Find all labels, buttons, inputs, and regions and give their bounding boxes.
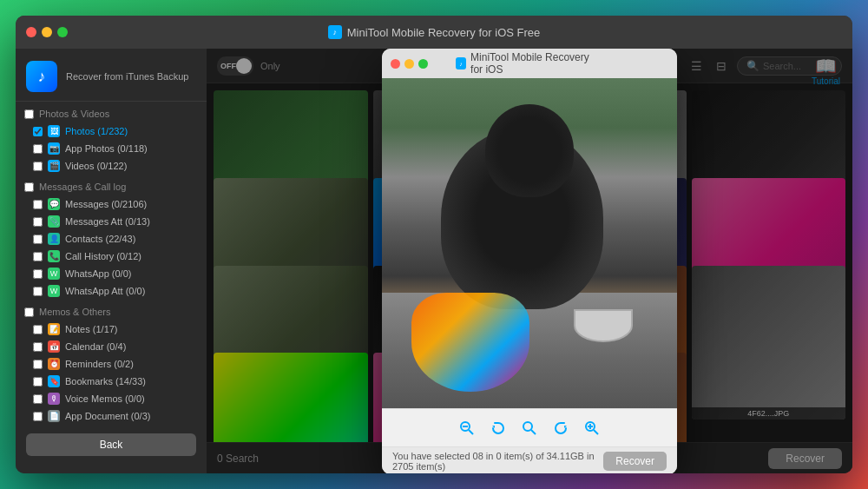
sidebar-item-reminders[interactable]: ⏰ Reminders (0/2) — [16, 355, 207, 373]
reminders-checkbox[interactable] — [33, 360, 43, 369]
modal-close-button[interactable] — [391, 59, 400, 69]
zoom-out-button[interactable] — [459, 420, 475, 436]
modal-titlebar: ♪ MiniTool Mobile Recovery for iOS — [382, 49, 677, 78]
sidebar-header-title: Recover from iTunes Backup — [66, 70, 188, 83]
app-document-label: App Document (0/3) — [65, 411, 198, 421]
sidebar-item-messages[interactable]: 💬 Messages (0/2106) — [16, 195, 207, 213]
section-messages-checkbox[interactable] — [24, 182, 34, 192]
whatsapp-checkbox[interactable] — [33, 269, 43, 279]
messages-att-icon: 📎 — [48, 215, 60, 228]
maximize-button[interactable] — [57, 27, 68, 37]
bookmarks-checkbox[interactable] — [33, 377, 43, 387]
contacts-checkbox[interactable] — [33, 235, 43, 244]
sidebar-item-calendar[interactable]: 📅 Calendar (0/4) — [16, 338, 207, 355]
toy-element — [411, 293, 529, 392]
messages-checkbox[interactable] — [33, 200, 43, 209]
rotate-left-button[interactable] — [490, 420, 506, 436]
modal-recover-button[interactable]: Recover — [603, 452, 667, 471]
messages-att-label: Messages Att (0/13) — [65, 216, 198, 227]
outer-titlebar: ♪ MiniTool Mobile Recovery for iOS Free — [16, 16, 852, 49]
call-history-label: Call History (0/12) — [65, 251, 198, 261]
section-messages: Messages & Call log — [16, 175, 207, 195]
modal-footer: You have selected 08 in 0 item(s) of 34.… — [382, 446, 677, 473]
sidebar-item-app-document[interactable]: 📄 App Document (0/3) — [16, 407, 207, 425]
sidebar: ♪ Recover from iTunes Backup Photos & Vi… — [16, 49, 207, 473]
modal-title: ♪ MiniTool Mobile Recovery for iOS — [456, 51, 603, 76]
modal-maximize-button[interactable] — [418, 59, 428, 69]
videos-icon: 🎬 — [48, 160, 60, 172]
photos-label: Photos (1/232) — [65, 126, 198, 136]
call-history-icon: 📞 — [48, 250, 60, 262]
messages-icon: 💬 — [48, 198, 60, 210]
calendar-label: Calendar (0/4) — [65, 341, 198, 352]
whatsapp-icon: W — [48, 268, 60, 280]
close-button[interactable] — [26, 27, 36, 37]
modal-app-icon: ♪ — [456, 57, 466, 69]
app-document-icon: 📄 — [48, 410, 60, 422]
whatsapp-att-checkbox[interactable] — [33, 287, 43, 296]
messages-label: Messages (0/2106) — [65, 199, 198, 209]
reminders-icon: ⏰ — [48, 358, 60, 370]
contacts-label: Contacts (22/43) — [65, 234, 198, 244]
modal-minimize-button[interactable] — [404, 59, 414, 69]
sidebar-header: ♪ Recover from iTunes Backup — [16, 49, 207, 102]
sidebar-item-call-history[interactable]: 📞 Call History (0/12) — [16, 248, 207, 265]
messages-att-checkbox[interactable] — [33, 217, 43, 227]
photos-icon: 🖼 — [48, 125, 60, 137]
sidebar-item-videos[interactable]: 🎬 Videos (0/122) — [16, 157, 207, 175]
whatsapp-att-icon: W — [48, 285, 60, 297]
section-photos-videos: Photos & Videos — [16, 102, 207, 122]
sidebar-item-notes[interactable]: 📝 Notes (1/17) — [16, 320, 207, 338]
back-button[interactable]: Back — [26, 433, 196, 456]
sidebar-item-voice-memos[interactable]: 🎙 Voice Memos (0/0) — [16, 390, 207, 407]
app-document-checkbox[interactable] — [33, 412, 43, 421]
sidebar-app-icon: ♪ — [26, 61, 57, 92]
svg-line-6 — [594, 430, 598, 434]
sidebar-item-contacts[interactable]: 👤 Contacts (22/43) — [16, 230, 207, 248]
bowl-element — [574, 309, 633, 342]
sidebar-item-bookmarks[interactable]: 🔖 Bookmarks (14/33) — [16, 373, 207, 390]
modal-toolbar — [382, 408, 677, 446]
modal-overlay: ♪ MiniTool Mobile Recovery for iOS — [207, 49, 852, 473]
sidebar-item-messages-att[interactable]: 📎 Messages Att (0/13) — [16, 213, 207, 230]
notes-checkbox[interactable] — [33, 325, 43, 334]
modal-window: ♪ MiniTool Mobile Recovery for iOS — [382, 49, 677, 473]
modal-status-text: You have selected 08 in 0 item(s) of 34.… — [392, 451, 603, 472]
outer-window-title: ♪ MiniTool Mobile Recovery for iOS Free — [328, 25, 541, 39]
bookmarks-icon: 🔖 — [48, 375, 60, 387]
section-photos-checkbox[interactable] — [24, 109, 34, 119]
notes-label: Notes (1/17) — [65, 324, 198, 334]
call-history-checkbox[interactable] — [33, 252, 43, 261]
sidebar-item-whatsapp[interactable]: W WhatsApp (0/0) — [16, 265, 207, 282]
calendar-icon: 📅 — [48, 340, 60, 353]
svg-line-4 — [531, 430, 536, 434]
dog-photo-preview — [382, 78, 677, 408]
modal-traffic-lights — [391, 59, 428, 69]
voice-memos-icon: 🎙 — [48, 393, 60, 405]
zoom-fit-button[interactable] — [522, 420, 537, 436]
photos-checkbox[interactable] — [33, 127, 43, 136]
app-photos-icon: 📷 — [48, 142, 60, 155]
calendar-checkbox[interactable] — [33, 342, 43, 352]
outer-content: ♪ Recover from iTunes Backup Photos & Vi… — [16, 49, 852, 473]
dog-head — [485, 104, 574, 196]
main-area: OFF Only ⊞ ☰ ⊟ 🔍 📖 Tut — [207, 49, 852, 473]
sidebar-item-photos[interactable]: 🖼 Photos (1/232) — [16, 122, 207, 140]
traffic-lights — [26, 27, 68, 37]
zoom-in-button[interactable] — [584, 420, 600, 436]
contacts-icon: 👤 — [48, 233, 60, 245]
whatsapp-att-label: WhatsApp Att (0/0) — [65, 286, 198, 296]
section-memos-checkbox[interactable] — [24, 307, 34, 317]
voice-memos-checkbox[interactable] — [33, 394, 43, 404]
minimize-button[interactable] — [42, 27, 52, 37]
outer-window: ♪ MiniTool Mobile Recovery for iOS Free … — [16, 16, 852, 473]
back-button-area: Back — [16, 425, 207, 465]
videos-checkbox[interactable] — [33, 162, 43, 171]
sidebar-item-whatsapp-att[interactable]: W WhatsApp Att (0/0) — [16, 282, 207, 300]
notes-icon: 📝 — [48, 323, 60, 335]
whatsapp-label: WhatsApp (0/0) — [65, 268, 198, 279]
rotate-right-button[interactable] — [553, 420, 569, 436]
sidebar-item-app-photos[interactable]: 📷 App Photos (0/118) — [16, 140, 207, 157]
app-photos-checkbox[interactable] — [33, 144, 43, 154]
bookmarks-label: Bookmarks (14/33) — [65, 376, 198, 387]
